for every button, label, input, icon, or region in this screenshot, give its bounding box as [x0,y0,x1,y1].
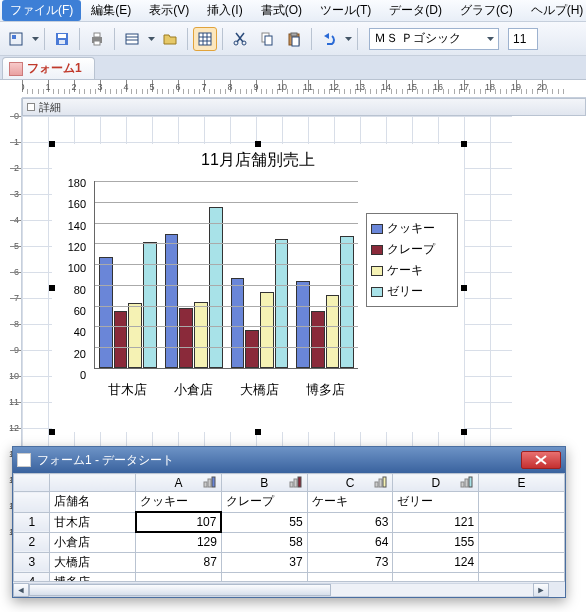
chart-x-axis: 甘木店小倉店大橋店博多店 [94,381,358,399]
font-size-select[interactable]: 11 [508,28,538,50]
row-header[interactable]: 2 [14,532,50,552]
scroll-left-button[interactable]: ◄ [13,583,29,597]
chart-object[interactable]: 11月店舗別売上 020406080100120140160180 甘木店小倉店… [48,140,468,436]
legend-label: ゼリー [387,283,423,300]
undo-button[interactable] [317,27,341,51]
svg-line-18 [236,33,243,42]
row-header[interactable]: 4 [14,572,50,581]
selection-handle[interactable] [255,141,261,147]
data-cell[interactable]: 64 [307,532,393,552]
datasheet-grid[interactable]: ABCDE店舗名クッキークレープケーキゼリー1甘木店10755631212小倉店… [13,473,565,581]
data-cell[interactable]: 37 [221,552,307,572]
section-label: 詳細 [39,100,61,115]
scroll-right-button[interactable]: ► [533,583,549,597]
menu-format[interactable]: 書式(O) [253,0,310,21]
data-cell[interactable] [307,572,393,581]
svg-rect-9 [126,34,138,44]
category-name-cell[interactable]: 博多店 [50,572,136,581]
row-header[interactable]: 3 [14,552,50,572]
svg-marker-2 [32,37,39,41]
selection-handle[interactable] [49,429,55,435]
datasheet-scrollbar[interactable]: ◄ ► [13,581,565,597]
paste-button[interactable] [282,27,306,51]
save-button[interactable] [50,27,74,51]
data-cell[interactable]: 87 [136,552,222,572]
menu-edit[interactable]: 編集(E) [83,0,139,21]
data-cell[interactable]: 73 [307,552,393,572]
column-header[interactable]: D [393,474,479,492]
svg-rect-25 [291,33,297,36]
chart-legend: クッキークレープケーキゼリー [366,213,458,307]
svg-rect-4 [58,34,66,38]
data-cell[interactable]: 107 [136,512,222,532]
category-name-cell[interactable]: 大橋店 [50,552,136,572]
selection-handle[interactable] [49,141,55,147]
chevron-down-icon [148,37,155,41]
menu-insert[interactable]: 挿入(I) [199,0,250,21]
x-category-label: 甘木店 [94,381,160,399]
series-name-cell[interactable]: クレープ [221,492,307,513]
scroll-thumb[interactable] [29,584,331,596]
series-name-cell[interactable]: クッキー [136,492,222,513]
design-view-icon [8,31,24,47]
save-icon [54,31,70,47]
selection-handle[interactable] [461,429,467,435]
open-button[interactable] [158,27,182,51]
bar [99,257,113,368]
data-cell[interactable]: 63 [307,512,393,532]
form-button[interactable] [120,27,144,51]
data-cell[interactable] [393,572,479,581]
data-cell[interactable] [221,572,307,581]
column-header[interactable]: C [307,474,393,492]
datasheet-icon [17,453,31,467]
print-button[interactable] [85,27,109,51]
section-header-detail[interactable]: 詳細 [22,98,586,116]
cut-button[interactable] [228,27,252,51]
column-header[interactable]: A [136,474,222,492]
data-cell[interactable]: 129 [136,532,222,552]
category-name-cell[interactable]: 小倉店 [50,532,136,552]
menu-tools[interactable]: ツール(T) [312,0,379,21]
series-name-cell[interactable]: ケーキ [307,492,393,513]
data-cell[interactable]: 58 [221,532,307,552]
close-button[interactable] [521,451,561,469]
selection-handle[interactable] [461,285,467,291]
data-cell[interactable]: 155 [393,532,479,552]
category-name-cell[interactable]: 甘木店 [50,512,136,532]
undo-dropdown[interactable] [344,37,352,41]
data-cell[interactable]: 121 [393,512,479,532]
font-name-select[interactable]: ＭＳ Ｐゴシック [369,28,499,50]
selection-handle[interactable] [255,429,261,435]
bar [209,207,223,368]
column-header[interactable]: B [221,474,307,492]
view-dropdown[interactable] [31,37,39,41]
font-name-value: ＭＳ Ｐゴシック [374,30,461,47]
menu-chart[interactable]: グラフ(C) [452,0,521,21]
menu-data[interactable]: データ(D) [381,0,450,21]
menu-file[interactable]: ファイル(F) [2,0,81,21]
datasheet-window[interactable]: フォーム1 - データシート ABCDE店舗名クッキークレープケーキゼリー1甘木… [12,446,566,598]
copy-button[interactable] [255,27,279,51]
selection-handle[interactable] [49,285,55,291]
data-cell[interactable]: 55 [221,512,307,532]
row-header[interactable]: 1 [14,512,50,532]
series-name-cell[interactable]: 店舗名 [50,492,136,513]
tab-form1[interactable]: フォーム1 [2,57,95,79]
form-dropdown[interactable] [147,37,155,41]
paste-icon [286,31,302,47]
datasheet-button[interactable] [193,27,217,51]
view-mode-button[interactable] [4,27,28,51]
menu-help[interactable]: ヘルプ(H) [523,0,586,21]
undo-icon [321,31,337,47]
menu-view[interactable]: 表示(V) [141,0,197,21]
selection-handle[interactable] [461,141,467,147]
svg-marker-27 [324,33,329,39]
datasheet-titlebar[interactable]: フォーム1 - データシート [13,447,565,473]
data-cell[interactable] [136,572,222,581]
data-cell[interactable]: 124 [393,552,479,572]
datasheet-title: フォーム1 - データシート [37,452,174,469]
series-name-cell[interactable]: ゼリー [393,492,479,513]
scroll-track[interactable] [29,583,533,597]
column-header[interactable]: E [479,474,565,492]
bar-group [95,181,161,368]
